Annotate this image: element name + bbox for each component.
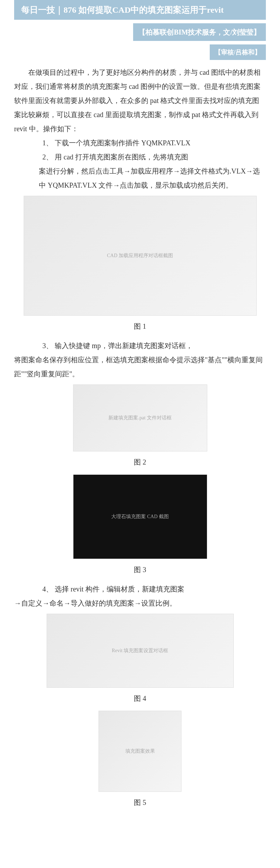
figure-2-image [73, 384, 207, 451]
step-2-line2: 案进行分解，然后点击工具→加载应用程序→选择文件格式为.VLX→选中 YQMKP… [39, 164, 266, 192]
figure-1-image [24, 196, 257, 316]
figure-4-image [47, 614, 234, 688]
figure-1-caption: 图 1 [14, 319, 266, 333]
article-title-box: 每日一技｜876 如何提取CAD中的填充图案运用于revit [14, 0, 266, 20]
review-row: 【审核/吕栋和】 [14, 44, 266, 60]
article-title: 每日一技｜876 如何提取CAD中的填充图案运用于revit [21, 5, 224, 14]
article-reviewer: 【审核/吕栋和】 [210, 44, 266, 60]
figure-3-image [73, 474, 207, 559]
figure-5-caption: 图 5 [14, 795, 266, 809]
figure-4-caption: 图 4 [14, 691, 266, 705]
figure-3-caption: 图 3 [14, 563, 266, 577]
subtitle-row: 【柏慕联创BIM技术服务，文/刘莹莹】 [14, 23, 266, 41]
step-4-line1: 4、 选择 revit 构件，编辑材质，新建填充图案 [42, 582, 266, 596]
figure-2-caption: 图 2 [14, 455, 266, 469]
intro-paragraph: 在做项目的过程中，为了更好地区分构件的材质，并与 cad 图纸中的材质相对应，我… [14, 65, 266, 136]
article-subtitle: 【柏慕联创BIM技术服务，文/刘莹莹】 [133, 23, 266, 41]
step-2-line1: 2、 用 cad 打开填充图案所在图纸，先将填充图 [42, 150, 266, 164]
figure-5-image [99, 711, 181, 792]
article-body: 在做项目的过程中，为了更好地区分构件的材质，并与 cad 图纸中的材质相对应，我… [14, 65, 266, 809]
step-4-line2: →自定义→命名→导入做好的填充图案→设置比例。 [14, 596, 266, 610]
step-3-line1: 3、 输入快捷键 mp，弹出新建填充图案对话框， [42, 339, 266, 353]
step-1: 1、 下载一个填充图案制作插件 YQMKPAT.VLX [42, 136, 266, 150]
step-3-line2: 将图案命名保存到相应位置，框选填充图案根据命令提示选择"基点""横向重复间距""… [14, 353, 266, 381]
